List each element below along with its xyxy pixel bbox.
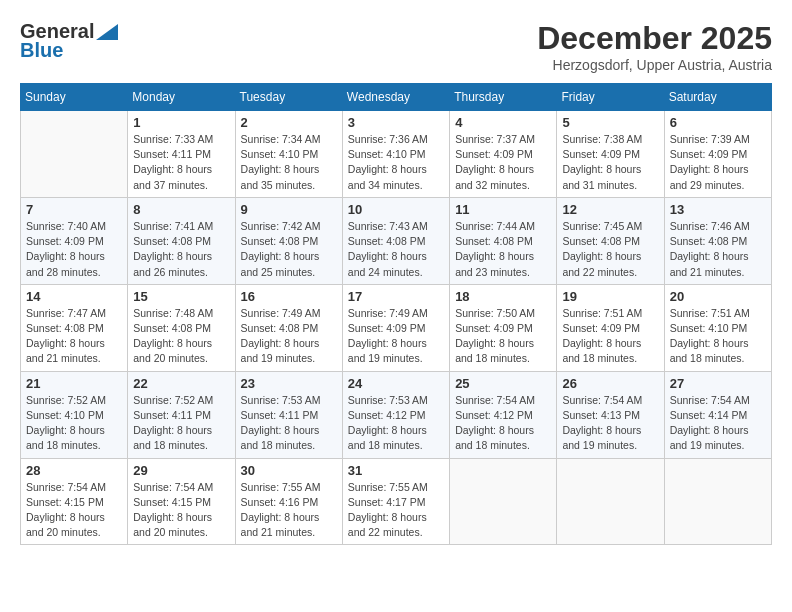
day-number: 14 [26,289,122,304]
calendar-cell: 3Sunrise: 7:36 AM Sunset: 4:10 PM Daylig… [342,111,449,198]
day-info: Sunrise: 7:47 AM Sunset: 4:08 PM Dayligh… [26,306,122,367]
calendar-cell: 23Sunrise: 7:53 AM Sunset: 4:11 PM Dayli… [235,371,342,458]
calendar-cell: 28Sunrise: 7:54 AM Sunset: 4:15 PM Dayli… [21,458,128,545]
calendar-cell: 19Sunrise: 7:51 AM Sunset: 4:09 PM Dayli… [557,284,664,371]
calendar-cell: 15Sunrise: 7:48 AM Sunset: 4:08 PM Dayli… [128,284,235,371]
col-header-monday: Monday [128,84,235,111]
calendar-week-5: 28Sunrise: 7:54 AM Sunset: 4:15 PM Dayli… [21,458,772,545]
col-header-friday: Friday [557,84,664,111]
day-number: 28 [26,463,122,478]
day-info: Sunrise: 7:38 AM Sunset: 4:09 PM Dayligh… [562,132,658,193]
day-info: Sunrise: 7:51 AM Sunset: 4:09 PM Dayligh… [562,306,658,367]
calendar-cell: 17Sunrise: 7:49 AM Sunset: 4:09 PM Dayli… [342,284,449,371]
calendar-cell: 18Sunrise: 7:50 AM Sunset: 4:09 PM Dayli… [450,284,557,371]
day-info: Sunrise: 7:54 AM Sunset: 4:15 PM Dayligh… [133,480,229,541]
calendar-cell [664,458,771,545]
day-info: Sunrise: 7:34 AM Sunset: 4:10 PM Dayligh… [241,132,337,193]
title-block: December 2025 Herzogsdorf, Upper Austria… [537,20,772,73]
calendar-cell: 26Sunrise: 7:54 AM Sunset: 4:13 PM Dayli… [557,371,664,458]
calendar-cell [21,111,128,198]
calendar-cell: 13Sunrise: 7:46 AM Sunset: 4:08 PM Dayli… [664,197,771,284]
day-info: Sunrise: 7:36 AM Sunset: 4:10 PM Dayligh… [348,132,444,193]
day-number: 1 [133,115,229,130]
day-number: 19 [562,289,658,304]
calendar-cell: 30Sunrise: 7:55 AM Sunset: 4:16 PM Dayli… [235,458,342,545]
calendar-week-2: 7Sunrise: 7:40 AM Sunset: 4:09 PM Daylig… [21,197,772,284]
logo: General Blue [20,20,118,62]
svg-marker-0 [96,24,118,40]
calendar-cell: 31Sunrise: 7:55 AM Sunset: 4:17 PM Dayli… [342,458,449,545]
day-info: Sunrise: 7:44 AM Sunset: 4:08 PM Dayligh… [455,219,551,280]
calendar-cell: 9Sunrise: 7:42 AM Sunset: 4:08 PM Daylig… [235,197,342,284]
col-header-wednesday: Wednesday [342,84,449,111]
calendar-week-1: 1Sunrise: 7:33 AM Sunset: 4:11 PM Daylig… [21,111,772,198]
day-info: Sunrise: 7:37 AM Sunset: 4:09 PM Dayligh… [455,132,551,193]
day-info: Sunrise: 7:55 AM Sunset: 4:17 PM Dayligh… [348,480,444,541]
day-info: Sunrise: 7:55 AM Sunset: 4:16 PM Dayligh… [241,480,337,541]
location: Herzogsdorf, Upper Austria, Austria [537,57,772,73]
day-number: 21 [26,376,122,391]
day-info: Sunrise: 7:40 AM Sunset: 4:09 PM Dayligh… [26,219,122,280]
calendar-cell: 7Sunrise: 7:40 AM Sunset: 4:09 PM Daylig… [21,197,128,284]
calendar-cell: 21Sunrise: 7:52 AM Sunset: 4:10 PM Dayli… [21,371,128,458]
month-title: December 2025 [537,20,772,57]
day-number: 15 [133,289,229,304]
calendar-cell: 29Sunrise: 7:54 AM Sunset: 4:15 PM Dayli… [128,458,235,545]
day-info: Sunrise: 7:43 AM Sunset: 4:08 PM Dayligh… [348,219,444,280]
day-number: 4 [455,115,551,130]
calendar-cell: 12Sunrise: 7:45 AM Sunset: 4:08 PM Dayli… [557,197,664,284]
col-header-tuesday: Tuesday [235,84,342,111]
logo-icon [96,24,118,40]
day-number: 30 [241,463,337,478]
day-info: Sunrise: 7:45 AM Sunset: 4:08 PM Dayligh… [562,219,658,280]
day-number: 17 [348,289,444,304]
day-info: Sunrise: 7:54 AM Sunset: 4:12 PM Dayligh… [455,393,551,454]
col-header-saturday: Saturday [664,84,771,111]
day-info: Sunrise: 7:48 AM Sunset: 4:08 PM Dayligh… [133,306,229,367]
day-info: Sunrise: 7:49 AM Sunset: 4:08 PM Dayligh… [241,306,337,367]
day-info: Sunrise: 7:52 AM Sunset: 4:11 PM Dayligh… [133,393,229,454]
calendar-cell: 25Sunrise: 7:54 AM Sunset: 4:12 PM Dayli… [450,371,557,458]
calendar-cell: 1Sunrise: 7:33 AM Sunset: 4:11 PM Daylig… [128,111,235,198]
calendar-cell: 5Sunrise: 7:38 AM Sunset: 4:09 PM Daylig… [557,111,664,198]
col-header-thursday: Thursday [450,84,557,111]
day-number: 24 [348,376,444,391]
day-number: 7 [26,202,122,217]
day-info: Sunrise: 7:42 AM Sunset: 4:08 PM Dayligh… [241,219,337,280]
day-number: 29 [133,463,229,478]
day-number: 8 [133,202,229,217]
day-number: 10 [348,202,444,217]
day-number: 5 [562,115,658,130]
calendar-cell: 11Sunrise: 7:44 AM Sunset: 4:08 PM Dayli… [450,197,557,284]
calendar-cell: 22Sunrise: 7:52 AM Sunset: 4:11 PM Dayli… [128,371,235,458]
day-info: Sunrise: 7:52 AM Sunset: 4:10 PM Dayligh… [26,393,122,454]
logo-blue-text: Blue [20,39,63,62]
calendar-table: SundayMondayTuesdayWednesdayThursdayFrid… [20,83,772,545]
calendar-cell [450,458,557,545]
day-number: 12 [562,202,658,217]
day-number: 6 [670,115,766,130]
day-number: 31 [348,463,444,478]
day-info: Sunrise: 7:54 AM Sunset: 4:14 PM Dayligh… [670,393,766,454]
day-number: 13 [670,202,766,217]
calendar-week-4: 21Sunrise: 7:52 AM Sunset: 4:10 PM Dayli… [21,371,772,458]
day-info: Sunrise: 7:54 AM Sunset: 4:15 PM Dayligh… [26,480,122,541]
day-number: 23 [241,376,337,391]
day-info: Sunrise: 7:46 AM Sunset: 4:08 PM Dayligh… [670,219,766,280]
day-info: Sunrise: 7:51 AM Sunset: 4:10 PM Dayligh… [670,306,766,367]
day-info: Sunrise: 7:53 AM Sunset: 4:12 PM Dayligh… [348,393,444,454]
day-number: 27 [670,376,766,391]
day-number: 3 [348,115,444,130]
day-info: Sunrise: 7:41 AM Sunset: 4:08 PM Dayligh… [133,219,229,280]
calendar-header-row: SundayMondayTuesdayWednesdayThursdayFrid… [21,84,772,111]
calendar-cell: 14Sunrise: 7:47 AM Sunset: 4:08 PM Dayli… [21,284,128,371]
day-info: Sunrise: 7:54 AM Sunset: 4:13 PM Dayligh… [562,393,658,454]
calendar-cell: 4Sunrise: 7:37 AM Sunset: 4:09 PM Daylig… [450,111,557,198]
day-number: 11 [455,202,551,217]
calendar-cell: 20Sunrise: 7:51 AM Sunset: 4:10 PM Dayli… [664,284,771,371]
calendar-cell [557,458,664,545]
calendar-cell: 16Sunrise: 7:49 AM Sunset: 4:08 PM Dayli… [235,284,342,371]
calendar-cell: 2Sunrise: 7:34 AM Sunset: 4:10 PM Daylig… [235,111,342,198]
day-number: 22 [133,376,229,391]
day-number: 9 [241,202,337,217]
